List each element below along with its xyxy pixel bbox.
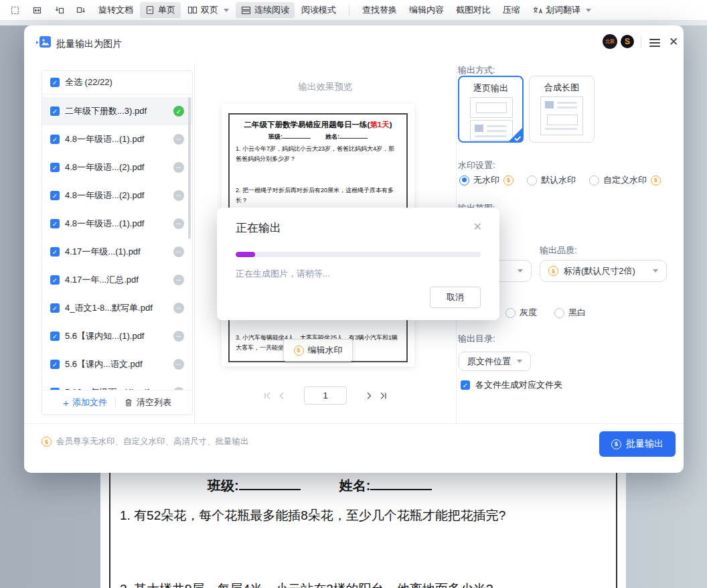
file-status-icon[interactable] [173, 387, 184, 390]
file-list-item[interactable]: 4.8一年级语...(2).pdf [42, 153, 192, 181]
file-status-icon[interactable] [173, 359, 184, 370]
clear-list-button[interactable]: 清空列表 [124, 396, 171, 409]
preview-title: 输出效果预览 [195, 81, 456, 93]
watermark-none-option[interactable]: 无水印 [459, 174, 514, 186]
radio-selected-icon [459, 175, 469, 186]
first-page-icon[interactable] [260, 388, 274, 403]
vip-coin-icon [503, 175, 514, 186]
continuous-reading-button[interactable]: 连续阅读 [236, 2, 295, 18]
file-list-item[interactable]: 二年级下册数...3).pdf [42, 97, 192, 125]
edit-content-button[interactable]: 编辑内容 [404, 2, 449, 18]
file-status-icon[interactable] [173, 303, 184, 313]
plus-icon: + [63, 398, 69, 408]
compress-button[interactable]: 压缩 [497, 2, 526, 18]
file-status-icon[interactable] [173, 331, 184, 342]
file-checkbox[interactable] [50, 303, 60, 313]
rotate-document-button[interactable]: 旋转文档 [93, 2, 139, 18]
file-checkbox[interactable] [50, 332, 60, 341]
selected-check-icon [507, 127, 524, 143]
select-all-row[interactable]: 全选 (22/22) [42, 71, 192, 94]
file-list-item[interactable]: 4.8一年级语...(2).pdf [42, 181, 192, 210]
file-list-item[interactable]: 5.12一年级下...(4).pdf [42, 378, 192, 390]
fit-width-button[interactable] [27, 3, 48, 17]
page-navigation [195, 386, 456, 405]
file-status-icon[interactable] [173, 218, 184, 229]
file-checkbox[interactable] [50, 275, 60, 285]
add-files-button[interactable]: + 添加文件 [63, 396, 107, 409]
output-directory-dropdown[interactable]: 原文件位置 [459, 352, 531, 371]
double-page-label: 双页 [201, 4, 218, 16]
extract-page-button[interactable] [71, 3, 92, 17]
page-number-input[interactable] [304, 386, 347, 405]
file-checkbox[interactable] [50, 360, 60, 369]
file-status-icon[interactable] [173, 190, 184, 201]
find-replace-button[interactable]: 查找替换 [357, 2, 402, 18]
file-status-icon[interactable] [173, 275, 184, 285]
file-status-icon[interactable] [173, 246, 184, 257]
chevron-down-icon [586, 9, 591, 12]
vip-badge-icon[interactable]: S [621, 35, 634, 48]
file-checkbox[interactable] [50, 135, 60, 144]
watermark-custom-label: 自定义水印 [603, 174, 647, 186]
progress-message: 正在生成图片，请稍等... [236, 268, 330, 280]
single-page-button[interactable]: 单页 [140, 2, 181, 18]
file-list-item[interactable]: 5.6【课内知...(1).pdf [42, 322, 192, 350]
file-checkbox[interactable] [50, 247, 60, 256]
scrollbar-thumb[interactable] [188, 97, 191, 239]
close-icon[interactable]: ✕ [473, 220, 482, 233]
file-checkbox[interactable] [50, 163, 60, 172]
last-page-icon[interactable] [376, 388, 391, 403]
next-page-icon[interactable] [362, 388, 376, 403]
menu-icon[interactable] [649, 39, 660, 49]
select-all-checkbox[interactable] [50, 78, 60, 87]
word-translate-button[interactable]: 划词翻译 [527, 2, 597, 18]
vip-note-text: 会员尊享无水印、自定义水印、高清尺寸、批量输出 [56, 436, 249, 447]
watermark-default-option[interactable]: 默认水印 [527, 174, 576, 186]
output-quality-dropdown[interactable]: 标清(默认尺寸2倍) [540, 260, 667, 282]
subfolder-option-row[interactable]: 各文件生成对应文件夹 [461, 379, 562, 391]
file-list-item[interactable]: 5.6【课内...语文.pdf [42, 350, 192, 378]
file-list-item[interactable]: 4.17一年...汇总.pdf [42, 266, 192, 294]
watermark-none-label: 无水印 [473, 174, 499, 186]
single-page-icon [145, 5, 155, 15]
batch-output-button[interactable]: 批量输出 [599, 431, 676, 457]
user-avatar[interactable]: 北极 [603, 34, 617, 49]
file-checkbox[interactable] [50, 388, 60, 390]
mode-long-image-card[interactable]: 合成长图 [529, 76, 595, 143]
batch-output-label: 批量输出 [626, 438, 663, 450]
single-page-label: 单页 [158, 4, 175, 16]
color-bw-option[interactable]: 黑白 [554, 307, 586, 319]
insert-page-button[interactable] [49, 3, 70, 17]
header-divider [641, 35, 641, 48]
reading-mode-button[interactable]: 阅读模式 [296, 2, 341, 18]
watermark-custom-option[interactable]: 自定义水印 [589, 174, 661, 186]
file-status-icon[interactable] [173, 106, 184, 117]
file-list-item[interactable]: 4.8一年级语...(1).pdf [42, 210, 192, 238]
file-checkbox[interactable] [50, 106, 60, 116]
translate-icon [532, 5, 542, 15]
file-list-item[interactable]: 4_语文1-8...默写单.pdf [42, 294, 192, 322]
edit-watermark-button[interactable]: 编辑水印 [283, 339, 353, 362]
close-icon[interactable]: ✕ [669, 35, 678, 49]
mode-per-page-card[interactable]: 逐页输出 [458, 76, 524, 143]
progress-bar-track [236, 252, 481, 257]
file-checkbox[interactable] [50, 191, 60, 200]
crop-page-button[interactable] [5, 3, 25, 17]
file-status-icon[interactable] [173, 134, 184, 145]
worksheet-title-highlight: 第1天 [370, 121, 389, 129]
file-list-item[interactable]: 4.8一年级语...(1).pdf [42, 125, 192, 153]
double-page-button[interactable]: 双页 [182, 2, 234, 18]
file-status-icon[interactable] [173, 162, 184, 173]
color-options-row: 灰度 黑白 [505, 307, 586, 319]
screenshot-compare-button[interactable]: 截图对比 [451, 2, 496, 18]
previous-page-icon[interactable] [274, 388, 289, 403]
color-gray-option[interactable]: 灰度 [505, 307, 537, 319]
file-checkbox[interactable] [50, 219, 60, 228]
output-quality-value: 标清(默认尺寸2倍) [564, 265, 635, 277]
file-list-item[interactable]: 4.17一年级...(1).pdf [42, 238, 192, 266]
watermark-default-label: 默认水印 [541, 174, 576, 186]
cancel-button[interactable]: 取消 [430, 287, 481, 308]
output-directory-value: 原文件位置 [467, 356, 511, 368]
subfolder-checkbox[interactable] [461, 380, 470, 390]
file-list[interactable]: 二年级下册数...3).pdf 4.8一年级语...(1).pdf 4.8一年级… [42, 94, 192, 390]
